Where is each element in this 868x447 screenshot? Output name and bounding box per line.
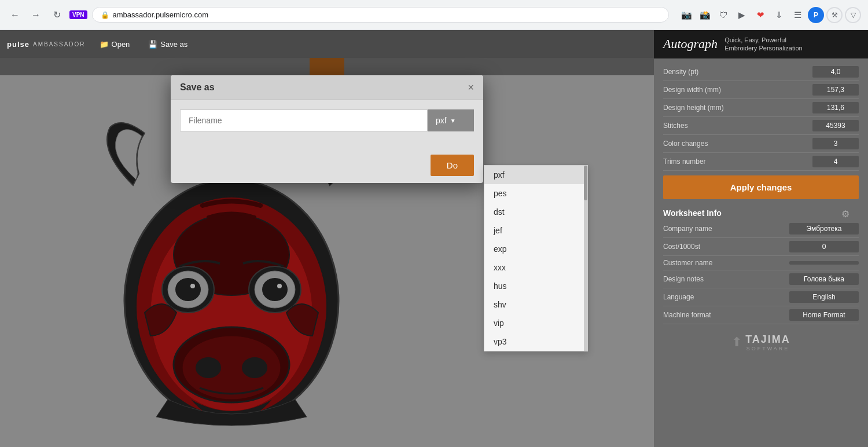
forward-button[interactable]: → [28,7,44,23]
format-option-shv[interactable]: shv [484,295,587,314]
modal-close-button[interactable]: × [468,82,474,93]
do-button[interactable]: Do [431,155,474,176]
filename-input[interactable] [180,109,428,131]
modal-title: Save as [180,82,215,93]
design-height-label: Design height (mm) [663,104,724,112]
right-panel: Autograph Quick, Easy, Powerful Embroide… [654,30,868,447]
heart-icon[interactable]: ❤ [752,7,768,23]
apply-changes-button[interactable]: Apply changes [663,175,859,199]
save-as-label: Save as [160,40,187,49]
format-option-pes[interactable]: pes [484,184,587,203]
cost-row: Cost/1000st 0 [663,238,859,256]
format-option-dst[interactable]: dst [484,203,587,221]
worksheet-section-title: Worksheet Info [663,204,859,220]
stats-section: Density (pt) 4,0 Design width (mm) 157,3… [654,58,868,365]
modal-overlay: Save as × pxf ▼ Do [0,58,654,75]
format-option-vip[interactable]: vip [484,314,587,332]
chevron-down-icon: ▼ [450,118,456,124]
language-label: Language [663,293,694,301]
stitches-row: Stitches 45393 [663,117,859,135]
dropdown-scrollbar[interactable] [584,166,587,351]
format-option-xxx[interactable]: xxx [484,258,587,277]
autograph-logo-block: Autograph [663,36,718,52]
tajima-logo-text: TAJIMA [745,334,790,346]
design-notes-value: Голова быка [789,273,859,285]
company-name-row: Company name Эмбротека [663,220,859,238]
format-option-exp[interactable]: exp [484,240,587,258]
format-option-hus[interactable]: hus [484,277,587,295]
main-area: pulse AMBASSADOR 📁 Open 💾 Save as [0,30,654,447]
svg-point-6 [175,278,201,301]
color-changes-label: Color changes [663,140,708,148]
format-selected-text: pxf [436,116,447,125]
customer-name-row: Customer name [663,256,859,270]
autograph-tagline-line1: Quick, Easy, Powerful [724,36,803,44]
lock-icon: 🔒 [101,11,109,19]
density-label: Density (pt) [663,68,698,76]
design-notes-row: Design notes Голова быка [663,270,859,288]
tajima-bracket-left: ⬆ [731,335,742,350]
language-value: English [789,291,859,303]
gear-icon[interactable]: ⚙ [841,208,849,219]
machine-format-label: Machine format [663,311,711,319]
design-height-value: 131,6 [812,102,859,113]
profile-button[interactable]: P [808,7,824,23]
svg-point-14 [196,357,221,378]
filename-row: pxf ▼ [180,109,474,131]
shield-icon[interactable]: 🛡 [715,7,731,23]
tajima-logo-section: ⬆ TAJIMA SOFTWARE [663,324,859,361]
open-button[interactable]: 📁 Open [95,38,135,51]
open-label: Open [112,40,130,49]
cost-value: 0 [789,241,859,252]
machine-format-row: Machine format Home Format [663,306,859,324]
save-icon: 💾 [148,40,157,49]
refresh-button[interactable]: ↻ [49,7,65,23]
format-dropdown-menu: pxf pes dst jef exp xxx hus shv vip vp3 [484,165,588,351]
design-width-label: Design width (mm) [663,86,721,94]
modal-header: Save as × [171,75,483,100]
extension-button[interactable]: ⚒ [826,7,843,23]
format-option-jef[interactable]: jef [484,221,587,240]
right-panel-header: Autograph Quick, Easy, Powerful Embroide… [654,30,868,58]
url-text: ambassador.pulsemicro.com [113,10,208,19]
svg-point-7 [190,284,195,288]
scrollbar-thumb [584,166,587,200]
puzzle-button[interactable]: ▽ [845,7,861,23]
svg-point-10 [262,278,288,301]
svg-point-11 [277,284,282,288]
modal-body: pxf ▼ [171,100,483,148]
tajima-sub-text: SOFTWARE [745,346,790,351]
format-option-pxf[interactable]: pxf [484,166,587,184]
design-notes-label: Design notes [663,275,704,283]
autograph-tagline-block: Quick, Easy, Powerful Embroidery Persona… [724,36,803,53]
trims-value: 4 [812,156,859,167]
design-width-row: Design width (mm) 157,3 [663,81,859,99]
density-row: Density (pt) 4,0 [663,63,859,81]
save-as-button[interactable]: 💾 Save as [144,38,192,51]
autograph-logo: Autograph [663,36,718,52]
camera-icon[interactable]: 📸 [697,7,713,23]
color-changes-value: 3 [812,138,859,149]
format-option-vp3[interactable]: vp3 [484,332,587,351]
svg-point-15 [242,357,267,378]
vpn-badge: VPN [69,10,87,19]
pulse-logo: pulse AMBASSADOR [7,40,86,49]
back-button[interactable]: ← [7,7,23,23]
pulse-logo-text: pulse [7,40,30,49]
play-icon[interactable]: ▶ [734,7,750,23]
address-bar[interactable]: 🔒 ambassador.pulsemicro.com [92,7,669,23]
save-as-modal: Save as × pxf ▼ Do [171,75,483,183]
customer-name-value [789,261,859,265]
design-width-value: 157,3 [812,84,859,96]
screenshot-icon[interactable]: 📷 [678,7,694,23]
menu-icon[interactable]: ☰ [789,7,806,23]
company-name-value: Эмбротека [789,223,859,235]
format-dropdown[interactable]: pxf ▼ [428,109,474,131]
design-height-row: Design height (mm) 131,6 [663,99,859,117]
trims-row: Trims number 4 [663,153,859,171]
density-value: 4,0 [812,66,859,78]
download-icon[interactable]: ⇓ [771,7,787,23]
cost-label: Cost/1000st [663,243,700,251]
company-name-label: Company name [663,225,712,233]
ambassador-text: AMBASSADOR [33,41,86,47]
